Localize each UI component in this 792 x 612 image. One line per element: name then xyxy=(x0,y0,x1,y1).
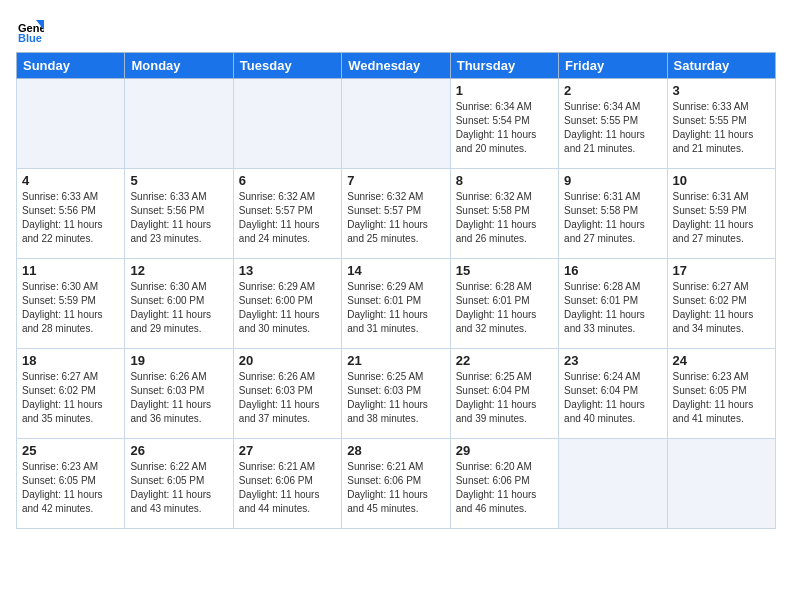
day-info: Sunrise: 6:24 AMSunset: 6:04 PMDaylight:… xyxy=(564,370,661,426)
day-info: Sunrise: 6:33 AMSunset: 5:56 PMDaylight:… xyxy=(22,190,119,246)
calendar-cell: 6Sunrise: 6:32 AMSunset: 5:57 PMDaylight… xyxy=(233,169,341,259)
day-info: Sunrise: 6:25 AMSunset: 6:03 PMDaylight:… xyxy=(347,370,444,426)
day-number: 13 xyxy=(239,263,336,278)
page-header: General Blue xyxy=(16,16,776,44)
day-info: Sunrise: 6:30 AMSunset: 5:59 PMDaylight:… xyxy=(22,280,119,336)
calendar-cell: 13Sunrise: 6:29 AMSunset: 6:00 PMDayligh… xyxy=(233,259,341,349)
calendar-cell xyxy=(559,439,667,529)
calendar-cell: 1Sunrise: 6:34 AMSunset: 5:54 PMDaylight… xyxy=(450,79,558,169)
day-number: 9 xyxy=(564,173,661,188)
calendar-table: SundayMondayTuesdayWednesdayThursdayFrid… xyxy=(16,52,776,529)
day-info: Sunrise: 6:30 AMSunset: 6:00 PMDaylight:… xyxy=(130,280,227,336)
calendar-cell xyxy=(342,79,450,169)
calendar-week-row: 18Sunrise: 6:27 AMSunset: 6:02 PMDayligh… xyxy=(17,349,776,439)
day-number: 12 xyxy=(130,263,227,278)
day-number: 27 xyxy=(239,443,336,458)
weekday-header-saturday: Saturday xyxy=(667,53,775,79)
day-number: 23 xyxy=(564,353,661,368)
calendar-cell: 9Sunrise: 6:31 AMSunset: 5:58 PMDaylight… xyxy=(559,169,667,259)
day-number: 1 xyxy=(456,83,553,98)
day-number: 18 xyxy=(22,353,119,368)
day-number: 28 xyxy=(347,443,444,458)
day-number: 22 xyxy=(456,353,553,368)
day-info: Sunrise: 6:34 AMSunset: 5:54 PMDaylight:… xyxy=(456,100,553,156)
calendar-cell: 18Sunrise: 6:27 AMSunset: 6:02 PMDayligh… xyxy=(17,349,125,439)
calendar-week-row: 25Sunrise: 6:23 AMSunset: 6:05 PMDayligh… xyxy=(17,439,776,529)
day-info: Sunrise: 6:21 AMSunset: 6:06 PMDaylight:… xyxy=(239,460,336,516)
day-number: 19 xyxy=(130,353,227,368)
calendar-cell: 20Sunrise: 6:26 AMSunset: 6:03 PMDayligh… xyxy=(233,349,341,439)
day-info: Sunrise: 6:32 AMSunset: 5:57 PMDaylight:… xyxy=(239,190,336,246)
calendar-cell: 7Sunrise: 6:32 AMSunset: 5:57 PMDaylight… xyxy=(342,169,450,259)
calendar-week-row: 11Sunrise: 6:30 AMSunset: 5:59 PMDayligh… xyxy=(17,259,776,349)
day-info: Sunrise: 6:28 AMSunset: 6:01 PMDaylight:… xyxy=(564,280,661,336)
day-number: 2 xyxy=(564,83,661,98)
svg-text:Blue: Blue xyxy=(18,32,42,44)
calendar-cell: 17Sunrise: 6:27 AMSunset: 6:02 PMDayligh… xyxy=(667,259,775,349)
calendar-cell xyxy=(233,79,341,169)
weekday-header-tuesday: Tuesday xyxy=(233,53,341,79)
calendar-cell: 27Sunrise: 6:21 AMSunset: 6:06 PMDayligh… xyxy=(233,439,341,529)
calendar-cell: 23Sunrise: 6:24 AMSunset: 6:04 PMDayligh… xyxy=(559,349,667,439)
calendar-cell: 21Sunrise: 6:25 AMSunset: 6:03 PMDayligh… xyxy=(342,349,450,439)
day-number: 24 xyxy=(673,353,770,368)
day-number: 14 xyxy=(347,263,444,278)
weekday-header-wednesday: Wednesday xyxy=(342,53,450,79)
weekday-header-sunday: Sunday xyxy=(17,53,125,79)
day-number: 4 xyxy=(22,173,119,188)
weekday-header-thursday: Thursday xyxy=(450,53,558,79)
calendar-week-row: 1Sunrise: 6:34 AMSunset: 5:54 PMDaylight… xyxy=(17,79,776,169)
weekday-header-friday: Friday xyxy=(559,53,667,79)
day-number: 8 xyxy=(456,173,553,188)
day-number: 6 xyxy=(239,173,336,188)
day-info: Sunrise: 6:34 AMSunset: 5:55 PMDaylight:… xyxy=(564,100,661,156)
day-info: Sunrise: 6:28 AMSunset: 6:01 PMDaylight:… xyxy=(456,280,553,336)
day-number: 25 xyxy=(22,443,119,458)
logo: General Blue xyxy=(16,16,48,44)
logo-icon: General Blue xyxy=(16,16,44,44)
calendar-cell: 5Sunrise: 6:33 AMSunset: 5:56 PMDaylight… xyxy=(125,169,233,259)
calendar-cell xyxy=(125,79,233,169)
day-info: Sunrise: 6:33 AMSunset: 5:55 PMDaylight:… xyxy=(673,100,770,156)
day-info: Sunrise: 6:27 AMSunset: 6:02 PMDaylight:… xyxy=(673,280,770,336)
day-info: Sunrise: 6:22 AMSunset: 6:05 PMDaylight:… xyxy=(130,460,227,516)
day-info: Sunrise: 6:26 AMSunset: 6:03 PMDaylight:… xyxy=(239,370,336,426)
day-info: Sunrise: 6:23 AMSunset: 6:05 PMDaylight:… xyxy=(673,370,770,426)
day-info: Sunrise: 6:32 AMSunset: 5:58 PMDaylight:… xyxy=(456,190,553,246)
calendar-cell: 24Sunrise: 6:23 AMSunset: 6:05 PMDayligh… xyxy=(667,349,775,439)
day-info: Sunrise: 6:23 AMSunset: 6:05 PMDaylight:… xyxy=(22,460,119,516)
calendar-week-row: 4Sunrise: 6:33 AMSunset: 5:56 PMDaylight… xyxy=(17,169,776,259)
calendar-cell: 2Sunrise: 6:34 AMSunset: 5:55 PMDaylight… xyxy=(559,79,667,169)
day-info: Sunrise: 6:33 AMSunset: 5:56 PMDaylight:… xyxy=(130,190,227,246)
day-number: 15 xyxy=(456,263,553,278)
day-info: Sunrise: 6:21 AMSunset: 6:06 PMDaylight:… xyxy=(347,460,444,516)
day-number: 10 xyxy=(673,173,770,188)
weekday-header-monday: Monday xyxy=(125,53,233,79)
calendar-cell: 8Sunrise: 6:32 AMSunset: 5:58 PMDaylight… xyxy=(450,169,558,259)
calendar-cell: 22Sunrise: 6:25 AMSunset: 6:04 PMDayligh… xyxy=(450,349,558,439)
day-info: Sunrise: 6:32 AMSunset: 5:57 PMDaylight:… xyxy=(347,190,444,246)
calendar-cell: 26Sunrise: 6:22 AMSunset: 6:05 PMDayligh… xyxy=(125,439,233,529)
calendar-cell: 12Sunrise: 6:30 AMSunset: 6:00 PMDayligh… xyxy=(125,259,233,349)
calendar-cell: 25Sunrise: 6:23 AMSunset: 6:05 PMDayligh… xyxy=(17,439,125,529)
day-info: Sunrise: 6:31 AMSunset: 5:58 PMDaylight:… xyxy=(564,190,661,246)
day-info: Sunrise: 6:31 AMSunset: 5:59 PMDaylight:… xyxy=(673,190,770,246)
weekday-header-row: SundayMondayTuesdayWednesdayThursdayFrid… xyxy=(17,53,776,79)
calendar-cell: 28Sunrise: 6:21 AMSunset: 6:06 PMDayligh… xyxy=(342,439,450,529)
calendar-cell: 4Sunrise: 6:33 AMSunset: 5:56 PMDaylight… xyxy=(17,169,125,259)
day-number: 3 xyxy=(673,83,770,98)
day-number: 20 xyxy=(239,353,336,368)
calendar-cell xyxy=(667,439,775,529)
day-info: Sunrise: 6:29 AMSunset: 6:01 PMDaylight:… xyxy=(347,280,444,336)
calendar-cell: 14Sunrise: 6:29 AMSunset: 6:01 PMDayligh… xyxy=(342,259,450,349)
day-info: Sunrise: 6:27 AMSunset: 6:02 PMDaylight:… xyxy=(22,370,119,426)
day-info: Sunrise: 6:20 AMSunset: 6:06 PMDaylight:… xyxy=(456,460,553,516)
day-number: 16 xyxy=(564,263,661,278)
calendar-cell: 3Sunrise: 6:33 AMSunset: 5:55 PMDaylight… xyxy=(667,79,775,169)
day-number: 21 xyxy=(347,353,444,368)
calendar-cell: 11Sunrise: 6:30 AMSunset: 5:59 PMDayligh… xyxy=(17,259,125,349)
calendar-cell: 10Sunrise: 6:31 AMSunset: 5:59 PMDayligh… xyxy=(667,169,775,259)
day-info: Sunrise: 6:26 AMSunset: 6:03 PMDaylight:… xyxy=(130,370,227,426)
day-number: 26 xyxy=(130,443,227,458)
day-number: 5 xyxy=(130,173,227,188)
